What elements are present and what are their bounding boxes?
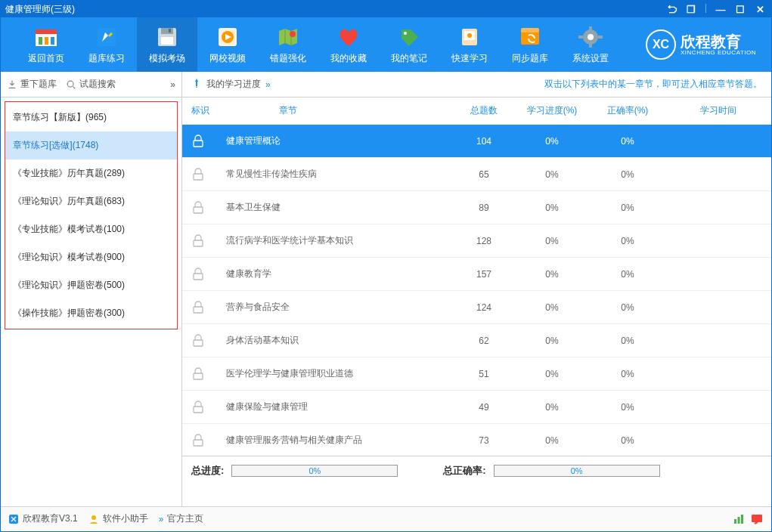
sidebar-item[interactable]: 《理论知识》押题密卷(500) — [5, 271, 177, 299]
question-count: 49 — [454, 402, 514, 413]
toolbar-item-3[interactable]: 网校视频 — [197, 17, 258, 72]
table-row[interactable]: 身体活动基本知识 62 0% 0% — [182, 324, 771, 357]
progress-value: 0% — [514, 203, 590, 213]
accuracy-value: 0% — [590, 336, 665, 346]
chapter-name: 基本卫生保健 — [226, 201, 454, 214]
chapter-name: 健康教育学 — [226, 268, 454, 280]
question-count: 73 — [454, 435, 514, 446]
question-count: 65 — [454, 169, 514, 180]
search-icon — [66, 79, 76, 90]
svg-rect-23 — [578, 36, 583, 39]
chapter-name: 健康保险与健康管理 — [226, 401, 454, 413]
table-row[interactable]: 健康保险与健康管理 49 0% 0% — [182, 391, 771, 424]
question-count: 157 — [454, 269, 514, 280]
svg-rect-27 — [194, 174, 203, 180]
official-button[interactable]: » 官方主页 — [159, 512, 204, 525]
redownload-label: 重下题库 — [20, 78, 57, 91]
svg-rect-2 — [39, 37, 42, 45]
progress-value: 0% — [514, 169, 590, 180]
table-row[interactable]: 健康教育学 157 0% 0% — [182, 258, 771, 291]
svg-rect-39 — [738, 517, 740, 524]
toolbar-item-1[interactable]: 题库练习 — [76, 17, 137, 72]
table-row[interactable]: 常见慢性非传染性疾病 65 0% 0% — [182, 158, 771, 191]
sidebar-list: 章节练习【新版】(965)章节练习[选做](1748)《专业技能》历年真题(28… — [5, 101, 178, 329]
toolbar-item-9[interactable]: 系统设置 — [560, 17, 621, 72]
lock-icon — [191, 135, 226, 148]
toolbar-label: 我的收藏 — [330, 52, 367, 65]
chevrons-right-icon: » — [265, 79, 271, 90]
my-progress-button[interactable]: 我的学习进度 » — [191, 78, 271, 91]
svg-rect-18 — [521, 28, 539, 32]
accuracy-value: 0% — [590, 302, 665, 313]
toolbar-item-4[interactable]: 错题强化 — [258, 17, 318, 72]
sidebar-item[interactable]: 《操作技能》押题密卷(300) — [5, 299, 177, 327]
table-row[interactable]: 健康管理概论 104 0% 0% — [182, 125, 771, 158]
close-square-icon — [8, 514, 19, 524]
window-title: 健康管理师(三级) — [5, 3, 665, 16]
sidebar-item[interactable]: 章节练习[选做](1748) — [5, 131, 177, 159]
progress-value: 0% — [514, 302, 590, 313]
toolbar-item-2[interactable]: 模拟考场 — [137, 17, 197, 72]
table-row[interactable]: 健康管理服务营销与相关健康产品 73 0% 0% — [182, 424, 771, 456]
table-row[interactable]: 营养与食品安全 124 0% 0% — [182, 291, 771, 324]
app-version-text: 欣程教育V3.1 — [23, 512, 78, 525]
svg-rect-7 — [161, 28, 173, 34]
svg-point-13 — [404, 32, 407, 35]
minimize-icon[interactable]: — — [714, 4, 727, 14]
svg-point-37 — [91, 515, 96, 520]
sidebar-item[interactable]: 《专业技能》模考试卷(100) — [5, 215, 177, 243]
sidebar-item[interactable]: 《理论知识》模考试卷(900) — [5, 243, 177, 271]
chart-icon[interactable] — [732, 513, 746, 525]
window-controls: ⮌ ❐ — ☐ ✕ — [665, 4, 767, 14]
progress-value: 0% — [514, 269, 590, 280]
expand-icon[interactable]: » — [170, 79, 175, 90]
table-row[interactable]: 基本卫生保健 89 0% 0% — [182, 191, 771, 224]
sidebar-item[interactable]: 《理论知识》历年真题(683) — [5, 187, 177, 215]
progress-value: 0% — [514, 236, 590, 246]
return-icon[interactable]: ⮌ — [665, 4, 678, 14]
toolbar-label: 网校视频 — [209, 52, 246, 65]
table-header: 标识 章节 总题数 学习进度(%) 正确率(%) 学习时间 — [182, 97, 771, 125]
sidebar-item[interactable]: 《专业技能》历年真题(289) — [5, 159, 177, 187]
toolbar-item-7[interactable]: 快速学习 — [439, 17, 500, 72]
toolbar-item-8[interactable]: 同步题库 — [500, 17, 560, 72]
chapter-name: 健康管理服务营销与相关健康产品 — [226, 434, 454, 447]
table-row[interactable]: 医学伦理学与健康管理职业道德 51 0% 0% — [182, 357, 771, 391]
helper-button[interactable]: 软件小助手 — [88, 512, 148, 525]
restore-left-icon[interactable]: ❐ — [684, 4, 698, 14]
th-count: 总题数 — [454, 104, 514, 117]
total-progress-label: 总进度: — [191, 464, 224, 478]
save-icon — [155, 25, 179, 49]
chevrons-right-icon: » — [159, 514, 164, 524]
total-progress-value: 0% — [232, 466, 397, 476]
chapter-name: 营养与食品安全 — [226, 301, 454, 314]
svg-point-25 — [67, 81, 73, 87]
sidebar-item[interactable]: 章节练习【新版】(965) — [5, 104, 177, 131]
table-body[interactable]: 健康管理概论 104 0% 0% 常见慢性非传染性疾病 65 0% 0% 基本卫… — [182, 125, 771, 456]
brand-logo-icon: XC — [646, 29, 676, 60]
lock-icon — [191, 168, 226, 181]
official-label: 官方主页 — [167, 512, 203, 525]
close-icon[interactable]: ✕ — [753, 4, 767, 14]
svg-rect-28 — [194, 207, 203, 213]
total-progress-bar: 0% — [231, 465, 398, 477]
lock-icon — [191, 367, 226, 381]
toolbar-label: 返回首页 — [28, 52, 64, 65]
table-row[interactable]: 流行病学和医学统计学基本知识 128 0% 0% — [182, 224, 771, 258]
heart-icon — [336, 25, 361, 49]
feedback-icon[interactable] — [750, 513, 764, 525]
chapter-name: 医学伦理学与健康管理职业道德 — [226, 367, 454, 380]
toolbar-item-0[interactable]: 返回首页 — [16, 17, 76, 72]
search-button[interactable]: 试题搜索 — [66, 78, 116, 91]
svg-rect-38 — [734, 519, 736, 524]
svg-rect-21 — [589, 26, 592, 31]
accuracy-value: 0% — [590, 203, 665, 213]
toolbar-item-6[interactable]: 我的笔记 — [379, 17, 439, 72]
maximize-icon[interactable]: ☐ — [733, 4, 747, 14]
redownload-button[interactable]: 重下题库 — [7, 78, 57, 91]
sidebar-toolbar: 重下题库 试题搜索 » — [1, 72, 181, 97]
chapter-name: 身体活动基本知识 — [226, 334, 454, 347]
toolbar-item-5[interactable]: 我的收藏 — [318, 17, 379, 72]
app-version[interactable]: 欣程教育V3.1 — [8, 512, 78, 525]
brand-name-en: XINCHENG EDUCATION — [681, 50, 756, 57]
